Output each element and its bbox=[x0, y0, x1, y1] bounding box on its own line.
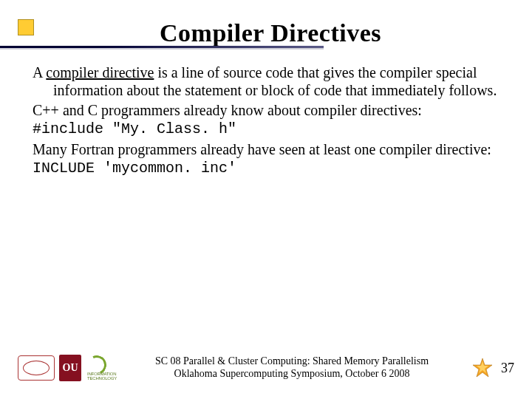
title-rule-shadow bbox=[0, 48, 324, 50]
slide-title: Compiler Directives bbox=[33, 19, 508, 47]
footer-text: SC 08 Parallel & Cluster Computing: Shar… bbox=[112, 355, 471, 381]
star-logo-icon bbox=[471, 357, 494, 379]
paragraph-1: A compiler directive is a line of source… bbox=[33, 64, 504, 100]
p1-term: compiler directive bbox=[46, 64, 154, 81]
slide-body: A compiler directive is a line of source… bbox=[33, 64, 504, 179]
oscer-logo-icon bbox=[18, 355, 55, 381]
ou-logo-icon: OU bbox=[59, 355, 81, 381]
paragraph-2: C++ and C programmers already know about… bbox=[33, 101, 504, 119]
it-logo-icon: INFORMATIONTECHNOLOGY bbox=[86, 355, 112, 381]
slide: Compiler Directives A compiler directive… bbox=[0, 0, 532, 399]
footer-right: 37 bbox=[471, 357, 514, 379]
p1-pre: A bbox=[33, 64, 46, 81]
code-line-2: INCLUDE 'mycommon. inc' bbox=[33, 160, 504, 177]
slide-number: 37 bbox=[501, 361, 514, 376]
footer: OU INFORMATIONTECHNOLOGY SC 08 Parallel … bbox=[0, 350, 532, 386]
paragraph-3: Many Fortran programmers already have se… bbox=[33, 140, 504, 158]
code-line-1: #include "My. Class. h" bbox=[33, 120, 504, 138]
footer-line-1: SC 08 Parallel & Cluster Computing: Shar… bbox=[118, 355, 466, 368]
footer-logos: OU INFORMATIONTECHNOLOGY bbox=[18, 355, 112, 381]
accent-square bbox=[18, 19, 34, 35]
footer-line-2: Oklahoma Supercomputing Symposium, Octob… bbox=[118, 368, 466, 381]
